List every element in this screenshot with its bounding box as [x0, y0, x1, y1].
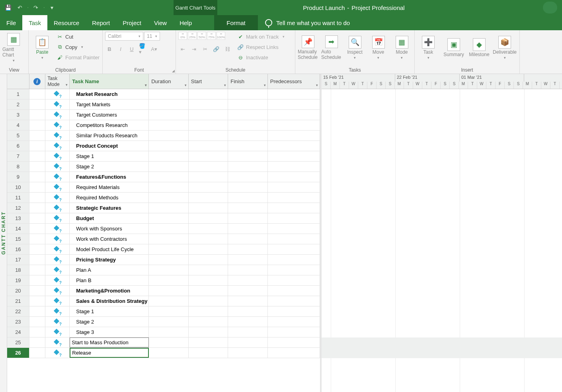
- table-row[interactable]: 7?Stage 1: [7, 151, 320, 162]
- cell-task-name[interactable]: Pricing Strategy: [70, 255, 149, 265]
- cell-task-name[interactable]: Sales & Distribution Strategy: [70, 296, 149, 306]
- account-avatar[interactable]: [543, 2, 557, 14]
- cell-finish[interactable]: [228, 203, 267, 213]
- cell-start[interactable]: [189, 337, 228, 347]
- cell-start[interactable]: [189, 203, 228, 213]
- fill-color-button[interactable]: 🪣▾: [139, 45, 147, 53]
- move-button[interactable]: 📅Move▾: [368, 32, 388, 64]
- inspect-button[interactable]: 🔍Inspect▾: [345, 32, 365, 64]
- cell-indicators[interactable]: [29, 224, 45, 234]
- chevron-down-icon[interactable]: ▾: [185, 83, 187, 87]
- cell-predecessors[interactable]: [268, 162, 320, 172]
- insert-milestone-button[interactable]: ◆Milestone: [468, 32, 490, 64]
- cell-predecessors[interactable]: [268, 141, 320, 151]
- cell-predecessors[interactable]: [268, 306, 320, 316]
- cell-finish[interactable]: [228, 265, 267, 275]
- row-number[interactable]: 3: [7, 110, 29, 120]
- select-all-header[interactable]: [7, 74, 29, 89]
- indent-button[interactable]: ⇥: [189, 45, 198, 53]
- cut-button[interactable]: ✂Cut: [57, 32, 100, 41]
- col-duration[interactable]: Duration▾: [149, 74, 189, 89]
- cell-indicators[interactable]: [29, 213, 45, 223]
- dialog-launcher-icon[interactable]: ◢: [172, 69, 175, 73]
- cell-task-mode[interactable]: ?: [45, 286, 70, 296]
- cell-task-mode[interactable]: ?: [45, 162, 70, 172]
- table-row[interactable]: 12?Strategic Features: [7, 203, 320, 213]
- view-strip[interactable]: GANTT CHART: [0, 74, 7, 392]
- row-number[interactable]: 17: [7, 255, 29, 265]
- cell-predecessors[interactable]: [268, 296, 320, 306]
- cell-duration[interactable]: [149, 110, 188, 120]
- cell-duration[interactable]: [149, 203, 188, 213]
- tab-task[interactable]: Task: [22, 15, 47, 30]
- cell-start[interactable]: [189, 224, 228, 234]
- cell-task-name[interactable]: Strategic Features: [70, 203, 149, 213]
- col-indicators[interactable]: i: [29, 74, 45, 89]
- tab-report[interactable]: Report: [86, 15, 116, 30]
- table-row[interactable]: 25?Start to Mass Production: [7, 337, 320, 348]
- cell-indicators[interactable]: [29, 151, 45, 161]
- cell-start[interactable]: [189, 182, 228, 192]
- cell-indicators[interactable]: [29, 275, 45, 285]
- row-number[interactable]: 10: [7, 182, 29, 192]
- unlink-button[interactable]: ⛓: [223, 45, 232, 53]
- save-icon[interactable]: 💾: [3, 3, 13, 12]
- row-number[interactable]: 5: [7, 131, 29, 140]
- cell-duration[interactable]: [149, 120, 188, 130]
- cell-indicators[interactable]: [29, 110, 45, 120]
- table-row[interactable]: 4?Competitors Research: [7, 120, 320, 131]
- cell-indicators[interactable]: [29, 255, 45, 265]
- cell-predecessors[interactable]: [268, 193, 320, 203]
- row-number[interactable]: 14: [7, 224, 29, 234]
- cell-task-name[interactable]: Stage 1: [70, 151, 149, 161]
- table-row[interactable]: 21?Sales & Distribution Strategy: [7, 296, 320, 306]
- row-number[interactable]: 7: [7, 151, 29, 161]
- table-row[interactable]: 22?Stage 1: [7, 306, 320, 317]
- insert-deliverable-button[interactable]: 📦Deliverable▾: [494, 32, 516, 64]
- row-number[interactable]: 8: [7, 162, 29, 172]
- cell-start[interactable]: [189, 131, 228, 140]
- cell-task-mode[interactable]: ?: [45, 317, 70, 327]
- cell-finish[interactable]: [228, 306, 267, 316]
- cell-duration[interactable]: [149, 172, 188, 182]
- row-number[interactable]: 9: [7, 172, 29, 182]
- table-row[interactable]: 6?Product Concept: [7, 141, 320, 151]
- cell-task-name[interactable]: Work with Sponsors: [70, 224, 149, 234]
- font-size-select[interactable]: 11▾: [144, 32, 160, 41]
- col-predecessors[interactable]: Predecessors▾: [268, 74, 320, 89]
- cell-task-name[interactable]: Market Research: [70, 89, 149, 99]
- cell-duration[interactable]: [149, 286, 188, 296]
- cell-task-name[interactable]: Plan B: [70, 275, 149, 285]
- qat-customize[interactable]: ▾: [47, 3, 57, 12]
- cell-predecessors[interactable]: [268, 327, 320, 337]
- pct-75-button[interactable]: ━75%: [207, 32, 216, 40]
- cell-finish[interactable]: [228, 213, 267, 223]
- table-row[interactable]: 24?Stage 3: [7, 327, 320, 337]
- paste-button[interactable]: 📋 Paste ▾: [31, 32, 53, 64]
- gantt-chart-button[interactable]: ▦ Gantt Chart ▾: [2, 32, 25, 64]
- outdent-button[interactable]: ⇤: [178, 45, 187, 53]
- cell-task-mode[interactable]: ?: [45, 224, 70, 234]
- cell-task-mode[interactable]: ?: [45, 306, 70, 316]
- table-row[interactable]: 19?Plan B: [7, 275, 320, 286]
- row-number[interactable]: 13: [7, 213, 29, 223]
- cell-start[interactable]: [189, 172, 228, 182]
- auto-schedule-button[interactable]: ➡Auto Schedule: [321, 32, 341, 64]
- cell-finish[interactable]: [228, 337, 268, 347]
- table-row[interactable]: 15?Work with Contractors: [7, 234, 320, 244]
- cell-task-mode[interactable]: ?: [45, 244, 70, 254]
- col-start[interactable]: Start▾: [189, 74, 228, 89]
- cell-task-name[interactable]: Stage 2: [70, 162, 149, 172]
- cell-indicators[interactable]: [29, 244, 45, 254]
- cell-start[interactable]: [189, 99, 228, 109]
- row-number[interactable]: 15: [7, 234, 29, 244]
- cell-finish[interactable]: [228, 151, 267, 161]
- cell-indicators[interactable]: [29, 172, 45, 182]
- table-row[interactable]: 3?Target Customers: [7, 110, 320, 120]
- cell-duration[interactable]: [149, 265, 188, 275]
- undo-button[interactable]: ↶: [15, 3, 25, 12]
- table-row[interactable]: 20?Marketing&Promotion: [7, 286, 320, 296]
- row-number[interactable]: 20: [7, 286, 29, 296]
- cell-predecessors[interactable]: [268, 224, 320, 234]
- cell-task-mode[interactable]: ?: [45, 120, 70, 130]
